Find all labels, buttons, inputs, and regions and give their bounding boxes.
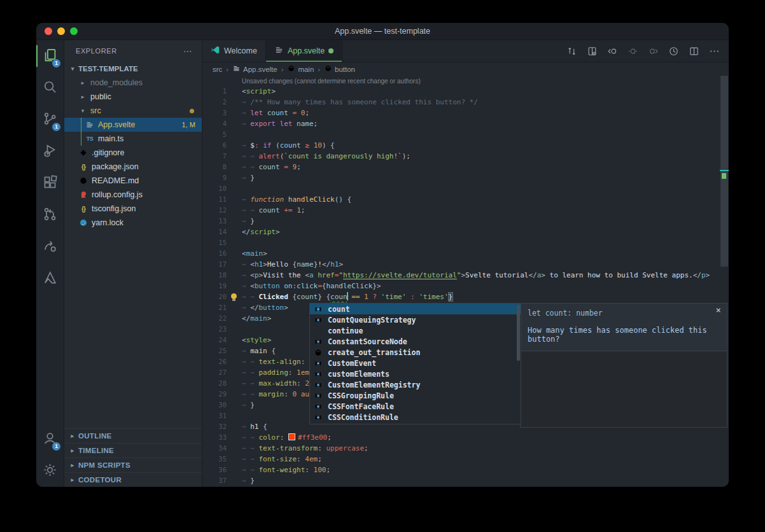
code-line-8[interactable]: 8→ → count = 9; [202,162,729,172]
gutter-indicator-icon[interactable] [628,46,638,57]
svelte-file-icon [85,120,95,130]
line-number: 28 [202,378,227,389]
codelens-annotation[interactable]: Unsaved changes (cannot determine recent… [202,76,729,86]
suggestion-cssgroupingrule[interactable]: CSSGroupingRule [310,390,521,401]
code-line-3[interactable]: 3→ let count = 0; [202,108,729,118]
file-tree-item-main-ts[interactable]: TSmain.ts [64,132,202,146]
file-tree-item-public[interactable]: ▸public [64,90,202,104]
suggestion-customevent[interactable]: CustomEvent [310,358,521,368]
indent-whitespace: → → [242,163,259,171]
code-line-33[interactable]: 33→ → color: #ff3e00; [202,432,729,443]
file-tree-item-yarn-lock[interactable]: yarn.lock [64,216,202,230]
suggestion-create_out_transition[interactable]: create_out_transition [310,347,521,358]
editor-actions [566,40,729,62]
activity-source-control[interactable]: 1 [36,104,64,136]
tab-bar: Welcome App.svelte [202,40,729,62]
code-line-4[interactable]: 4→ export let name; [202,118,729,129]
activity-explorer[interactable]: 1 [36,40,64,72]
file-tree-item-node-modules[interactable]: ▸node_modules [64,76,202,90]
code-line-19[interactable]: 19→ <button on:click={handleClick}> [202,281,729,291]
compare-changes-icon[interactable] [566,46,577,57]
tab-welcome[interactable]: Welcome [202,40,266,62]
code-line-10[interactable]: 10 [202,183,729,194]
file-tree-item--gitignore[interactable]: .gitignore [64,146,202,160]
breadcrumb-item-button[interactable]: button [324,64,355,74]
close-icon[interactable]: × [716,305,721,315]
split-editor-icon[interactable] [689,46,699,57]
file-tree-item-src[interactable]: ▾src [64,104,202,118]
tab-app-svelte[interactable]: App.svelte [266,40,342,62]
code-line-20[interactable]: 20→ → Clicked {count} {coun == 1 ? 'time… [202,291,729,302]
code-line-1[interactable]: 1<script> [202,86,729,97]
code-line-6[interactable]: 6→ $: if (count ≥ 10) { [202,140,729,151]
file-tree-item-app-svelte[interactable]: App.svelte1, M [64,118,202,132]
code-editor[interactable]: Unsaved changes (cannot determine recent… [202,76,729,487]
breadcrumb-item-app-svelte[interactable]: App.svelte [232,64,277,74]
sidebar-section-npm-scripts[interactable]: ▸NPM SCRIPTS [64,458,202,472]
suggestion-cssconditionrule[interactable]: CSSConditionRule [310,412,521,423]
code-line-9[interactable]: 9→ } [202,172,729,183]
code-line-37[interactable]: 37→ } [202,475,729,486]
indent-whitespace: → → [242,433,259,442]
code-line-18[interactable]: 18→ <p>Visit the <a href="https://svelte… [202,270,729,281]
activity-settings[interactable] [36,455,64,487]
breadcrumb-item-main[interactable]: main [287,64,314,74]
suggestion-description: How many times has someone clicked this … [528,326,710,344]
previous-change-icon[interactable] [607,46,618,57]
indent-whitespace: → → [242,358,259,366]
zoom-window-button[interactable] [70,27,78,35]
suggestion-count[interactable]: count [310,304,521,314]
open-changes-icon[interactable] [587,46,598,57]
file-tree-item-readme-md[interactable]: README.md [64,174,202,188]
workspace-root-row[interactable]: ▾ TEST-TEMPLATE [64,62,202,76]
file-tree-item-package-json[interactable]: {}package.json [64,160,202,174]
css-color-swatch[interactable] [288,433,295,440]
breadcrumb: src›App.svelte›main›button [202,62,729,76]
code-line-7[interactable]: 7→ → alert(`count is dangerously high!`)… [202,151,729,162]
unsaved-changes-dot-icon[interactable] [328,48,333,53]
breadcrumb-item-src[interactable]: src [213,66,222,73]
code-line-14[interactable]: 14</script> [202,227,729,237]
close-window-button[interactable] [45,27,52,35]
code-line-16[interactable]: 16<main> [202,248,729,259]
sidebar-section-outline[interactable]: ▸OUTLINE [64,428,202,443]
explorer-more-actions-icon[interactable]: ⋯ [183,46,193,56]
code-line-34[interactable]: 34→ → text-transform: uppercase; [202,443,729,454]
code-line-35[interactable]: 35→ → font-size: 4em; [202,454,729,465]
sidebar-section-codetour[interactable]: ▸CODETOUR [64,472,202,487]
line-number: 22 [202,313,227,324]
activity-azure[interactable] [36,263,64,295]
timeline-icon[interactable] [668,46,679,57]
activity-live-share[interactable] [36,231,64,263]
suggestion-customelementregistry[interactable]: CustomElementRegistry [310,379,521,390]
file-tree-item-tsconfig-json[interactable]: {}tsconfig.json [64,202,202,216]
code-line-17[interactable]: 17→ <h1>Hello {name}!</h1> [202,259,729,270]
code-line-12[interactable]: 12→ → count += 1; [202,205,729,216]
activity-search[interactable] [36,72,64,104]
suggest-scrollbar[interactable] [517,305,520,361]
activity-extensions[interactable] [36,167,64,199]
code-line-11[interactable]: 11→ function handleClick() { [202,194,729,205]
suggestion-cssfontfacerule[interactable]: CSSFontFaceRule [310,401,521,412]
suggestion-countqueuingstrategy[interactable]: CountQueuingStrategy [310,314,521,325]
code-line-5[interactable]: 5 [202,129,729,140]
minimize-window-button[interactable] [57,27,65,35]
editor-scrollbar[interactable] [720,76,728,267]
code-line-15[interactable]: 15 [202,237,729,248]
suggestion-customelements[interactable]: customElements [310,368,521,379]
lightbulb-icon[interactable] [231,293,237,299]
indent-whitespace: → [242,195,250,204]
more-actions-icon[interactable] [709,46,720,57]
line-number: 26 [202,356,227,367]
suggestion-continue[interactable]: continue [310,325,521,336]
file-tree-item-rollup-config-js[interactable]: rollup.config.js [64,188,202,202]
code-line-2[interactable]: 2→ /** How many times has someone clicke… [202,97,729,108]
code-line-13[interactable]: 13→ } [202,216,729,227]
suggestion-constantsourcenode[interactable]: ConstantSourceNode [310,336,521,347]
code-line-36[interactable]: 36→ → font-weight: 100; [202,465,729,475]
activity-accounts[interactable]: 1 [36,423,64,455]
activity-github-pull-requests[interactable] [36,199,64,231]
activity-run-debug[interactable] [36,136,64,167]
next-change-icon[interactable] [648,46,659,57]
sidebar-section-timeline[interactable]: ▸TIMELINE [64,443,202,458]
